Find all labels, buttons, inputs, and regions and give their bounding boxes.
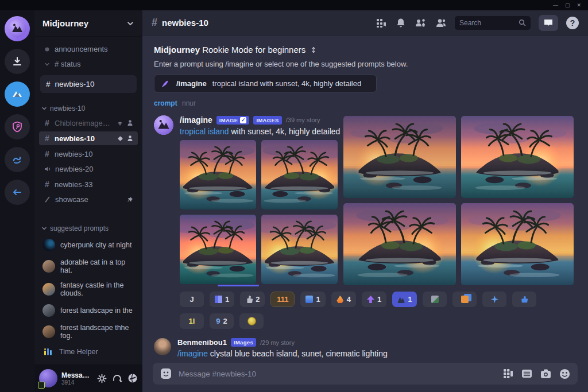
image-grid-large bbox=[343, 116, 574, 285]
reaction-coin[interactable] bbox=[239, 313, 264, 329]
generated-image-5[interactable] bbox=[343, 116, 456, 198]
bot-avatar[interactable] bbox=[154, 115, 173, 135]
reaction-nine-two[interactable]: 92 bbox=[210, 313, 234, 329]
dot-icon bbox=[44, 46, 51, 53]
microphone-mute-icon[interactable] bbox=[127, 373, 138, 383]
generated-image-8[interactable] bbox=[461, 203, 574, 285]
wave-server-icon[interactable] bbox=[5, 147, 30, 172]
explore-server-icon[interactable] bbox=[5, 180, 30, 205]
gift-grid-icon[interactable] bbox=[502, 368, 514, 379]
category-newbies-10[interactable]: newbies-10 bbox=[39, 99, 138, 116]
hash-icon: # bbox=[152, 17, 157, 29]
channel-newbies-20[interactable]: newbies-20 bbox=[39, 162, 138, 176]
reaction-count: 1 bbox=[225, 295, 229, 304]
reaction-picture[interactable] bbox=[423, 292, 447, 307]
prompt-body: with sunset, 4k, highly detailed bbox=[229, 127, 341, 136]
reaction-thumbs-up[interactable]: 2 bbox=[240, 292, 265, 307]
generated-image-6[interactable] bbox=[461, 116, 574, 198]
channel-announcements[interactable]: announcements bbox=[39, 42, 138, 56]
category-suggested-prompts[interactable]: suggested prompts bbox=[39, 219, 138, 236]
channel-newbies-33[interactable]: # newbies-33 bbox=[39, 177, 138, 191]
prompt-avatar bbox=[42, 260, 55, 273]
threads-icon[interactable] bbox=[376, 17, 387, 29]
help-button[interactable]: ? bbox=[566, 17, 579, 29]
sticker-icon[interactable] bbox=[160, 367, 172, 380]
pinned-channel-newbies-10[interactable]: # newbies-10 bbox=[40, 75, 137, 93]
reaction-flame[interactable]: 4 bbox=[331, 292, 356, 307]
reaction-orange-box[interactable] bbox=[452, 292, 477, 307]
imagine-prompt-chip[interactable]: /imagine tropical island with sunset, 4k… bbox=[154, 75, 377, 92]
chat-content: Midjourney Rookie Mode for beginners Ent… bbox=[142, 36, 588, 358]
message-composer bbox=[153, 363, 578, 385]
generated-images bbox=[180, 140, 577, 285]
imagine-command[interactable]: /imagine bbox=[177, 349, 208, 358]
reaction-purple-arrow[interactable]: 1 bbox=[362, 292, 386, 307]
server-icon-midjourney[interactable] bbox=[5, 16, 30, 41]
sort-arrows-icon[interactable] bbox=[310, 46, 317, 54]
prompt-avatar bbox=[42, 283, 55, 296]
channel-chibloreimage[interactable]: # Chibloreimage… bbox=[39, 116, 138, 130]
check-icon: ✓ bbox=[240, 117, 246, 123]
prompt-forest-1[interactable]: forest landscape in the bbox=[39, 301, 138, 320]
moderation-server-icon[interactable] bbox=[5, 114, 30, 139]
reaction-blue-star[interactable] bbox=[482, 292, 506, 307]
prompt-link[interactable]: crompt bbox=[154, 99, 177, 107]
category-label: newbies-10 bbox=[50, 104, 85, 112]
user-avatar[interactable] bbox=[39, 369, 57, 387]
headphones-icon[interactable] bbox=[112, 374, 122, 383]
rookie-mode-subtitle: Enter a prompt using /imagine or select … bbox=[154, 60, 577, 68]
prompt-cyberpunk[interactable]: cyberpunk city at night bbox=[39, 236, 138, 254]
prompt-mention[interactable]: tropical island bbox=[180, 127, 229, 136]
reaction-orange-numbers[interactable]: 111 bbox=[270, 292, 295, 307]
titlebar: — ▢ ✕ bbox=[0, 0, 588, 10]
settings-gear-icon[interactable] bbox=[97, 374, 107, 383]
image-server-icon[interactable] bbox=[5, 81, 30, 107]
reaction-letter-j[interactable]: J bbox=[180, 292, 204, 307]
channel-title: newbies-10 bbox=[162, 18, 208, 28]
prompt-link-row[interactable]: crompt nnur bbox=[154, 99, 577, 107]
hash-icon: # bbox=[44, 180, 51, 189]
prompt-forest-2[interactable]: forest landscape thhe fog. bbox=[39, 321, 138, 343]
channel-showcase[interactable]: showcase bbox=[39, 193, 138, 206]
generated-image-1[interactable] bbox=[180, 140, 256, 209]
message-author[interactable]: Benmenibou1 bbox=[177, 338, 227, 347]
camera-icon[interactable] bbox=[540, 368, 552, 379]
reaction-yellow-text[interactable]: 1l bbox=[180, 313, 204, 329]
close-button[interactable]: ✕ bbox=[577, 3, 581, 8]
download-server-icon[interactable] bbox=[5, 49, 30, 74]
prompt-castle[interactable]: fantasy castle in the clouds. bbox=[39, 278, 138, 300]
generated-image-3[interactable] bbox=[180, 215, 256, 284]
reaction-blue-chart[interactable]: 1 bbox=[300, 292, 325, 307]
question-mark-icon: ? bbox=[570, 18, 575, 28]
channel-newbies-10-active[interactable]: # newbies-10 bbox=[39, 131, 138, 145]
member-list-icon[interactable] bbox=[435, 17, 447, 29]
generated-image-4[interactable] bbox=[261, 215, 338, 284]
channel-label: newbies-10 bbox=[55, 80, 95, 88]
generated-image-2[interactable] bbox=[261, 140, 338, 209]
emoji-icon[interactable] bbox=[559, 368, 571, 380]
flame-icon bbox=[336, 296, 344, 303]
reaction-mountain-selected[interactable]: 1 bbox=[392, 292, 417, 307]
inbox-button[interactable] bbox=[539, 15, 558, 31]
prompt-time-helper[interactable]: Time Helper bbox=[39, 344, 138, 360]
prompt-command: /imagine bbox=[176, 79, 207, 88]
title-rest: Rookie Mode for beginners bbox=[202, 45, 305, 55]
gif-icon[interactable] bbox=[521, 368, 533, 379]
minimize-button[interactable]: — bbox=[553, 3, 558, 8]
server-header[interactable]: Midjourney bbox=[34, 10, 142, 37]
maximize-button[interactable]: ▢ bbox=[565, 3, 570, 8]
channel-newbies-10-2[interactable]: # newbies-10 bbox=[39, 147, 138, 161]
reaction-blue-bars[interactable]: 1 bbox=[210, 292, 234, 307]
message-author[interactable]: /imagine bbox=[180, 115, 212, 125]
reaction-count: 2 bbox=[223, 317, 227, 325]
reaction-blue-thumbs[interactable] bbox=[512, 292, 536, 307]
prompt-cat[interactable]: adorable cat in a top hat. bbox=[39, 255, 138, 277]
user-avatar-benmenibou1[interactable] bbox=[154, 338, 171, 355]
message-input[interactable] bbox=[179, 370, 496, 378]
notifications-bell-icon[interactable] bbox=[395, 17, 407, 29]
channel-status[interactable]: # status bbox=[39, 57, 138, 71]
pinned-messages-icon[interactable] bbox=[415, 17, 427, 29]
generated-image-7[interactable] bbox=[343, 203, 456, 285]
search-input[interactable] bbox=[459, 19, 515, 27]
prompt-label: forest landscape in the bbox=[60, 306, 133, 315]
